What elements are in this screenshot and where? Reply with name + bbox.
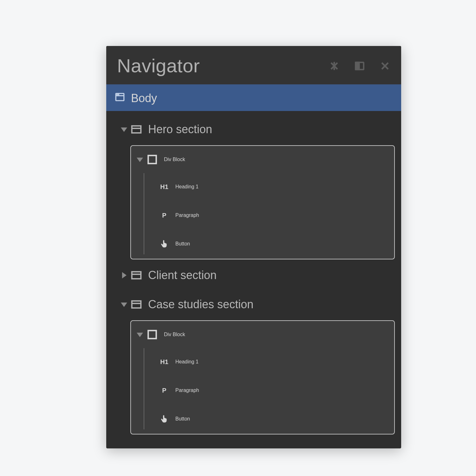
h1-icon: H1 — [160, 183, 169, 191]
tree-item-button[interactable]: Button — [140, 230, 394, 258]
chevron-right-icon[interactable] — [121, 272, 127, 278]
h1-icon: H1 — [160, 358, 169, 366]
paragraph-icon: P — [160, 387, 169, 394]
tree-guide-line — [144, 173, 144, 254]
collapse-all-icon[interactable] — [329, 61, 340, 71]
body-icon — [114, 92, 125, 105]
tree-item-label: Div Block — [164, 157, 185, 162]
svg-point-11 — [118, 94, 119, 95]
chevron-down-icon[interactable] — [121, 301, 127, 308]
chevron-down-icon[interactable] — [121, 126, 127, 133]
sidebar-toggle-icon[interactable] — [354, 61, 365, 71]
div-icon — [146, 153, 158, 166]
tree-item-paragraph[interactable]: P Paragraph — [140, 201, 394, 230]
pointer-icon — [160, 414, 169, 424]
chevron-down-icon[interactable] — [137, 331, 143, 338]
tree-item-heading[interactable]: H1 Heading 1 — [140, 173, 394, 201]
close-icon[interactable] — [380, 61, 390, 71]
section-icon — [130, 298, 142, 310]
tree-item-body[interactable]: Body — [106, 86, 401, 111]
svg-marker-17 — [122, 272, 127, 278]
svg-rect-5 — [355, 62, 359, 69]
tree-item-label: Body — [131, 92, 157, 105]
chevron-down-icon[interactable] — [137, 156, 143, 163]
svg-rect-13 — [132, 126, 141, 133]
tree-item-hero-section[interactable]: Hero section — [106, 115, 401, 144]
tree-item-client-section[interactable]: Client section — [106, 261, 401, 290]
tree-item-label: Hero section — [148, 123, 212, 136]
tree-item-case-studies-section[interactable]: Case studies section — [106, 290, 401, 319]
paragraph-icon: P — [160, 212, 169, 219]
navigator-panel: Navigator — [106, 46, 401, 448]
tree-item-label: Paragraph — [175, 388, 199, 393]
tree-item-label: Paragraph — [175, 212, 199, 218]
tree-item-paragraph[interactable]: P Paragraph — [140, 376, 394, 405]
panel-header: Navigator — [106, 46, 401, 86]
svg-rect-24 — [148, 330, 156, 338]
section-icon — [130, 269, 142, 281]
tree-guide-line — [144, 348, 144, 429]
tree-item-label: Button — [175, 241, 190, 247]
tree: Hero section Div Block — [106, 111, 401, 448]
svg-rect-18 — [132, 272, 141, 279]
svg-point-10 — [117, 94, 118, 95]
svg-rect-21 — [132, 301, 141, 308]
tree-item-label: Case studies section — [148, 298, 253, 311]
tree-item-label: Client section — [148, 269, 217, 282]
tree-item-button[interactable]: Button — [140, 405, 394, 433]
tree-item-label: Div Block — [164, 332, 185, 337]
svg-marker-15 — [137, 158, 143, 162]
tree-item-div-block[interactable]: Div Block H1 Heading 1 P Paragraph — [130, 145, 395, 259]
svg-marker-20 — [121, 303, 127, 307]
panel-header-actions — [329, 61, 390, 71]
tree-item-label: Heading 1 — [175, 359, 199, 365]
pointer-icon — [160, 239, 169, 249]
div-icon — [146, 329, 158, 341]
tree-item-label: Heading 1 — [175, 184, 199, 190]
svg-rect-16 — [148, 155, 156, 163]
tree-item-div-block[interactable]: Div Block H1 Heading 1 P Paragraph — [130, 320, 395, 434]
section-icon — [130, 123, 142, 135]
tree-item-heading[interactable]: H1 Heading 1 — [140, 348, 394, 376]
svg-marker-12 — [121, 127, 127, 132]
svg-marker-23 — [137, 333, 143, 337]
panel-title: Navigator — [117, 55, 200, 77]
tree-item-label: Button — [175, 416, 190, 422]
